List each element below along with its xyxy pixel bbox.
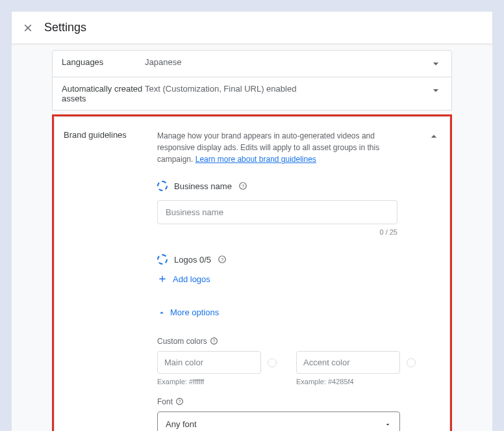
add-logos-button[interactable]: Add logos: [157, 274, 440, 284]
chevron-down-icon[interactable]: [429, 84, 442, 97]
help-icon[interactable]: ?: [238, 181, 247, 190]
languages-row[interactable]: Languages Japanese: [52, 50, 452, 77]
custom-colors-label: Custom colors ?: [157, 337, 440, 346]
svg-text:?: ?: [221, 257, 223, 263]
svg-text:?: ?: [242, 183, 244, 189]
more-options-toggle[interactable]: More options: [157, 307, 440, 317]
progress-circle-icon: [157, 181, 168, 191]
chevron-up-icon[interactable]: [427, 130, 440, 143]
business-name-heading: Business name ?: [157, 181, 440, 191]
help-icon[interactable]: ?: [175, 397, 184, 406]
page-title: Settings: [44, 21, 86, 34]
progress-circle-icon: [157, 254, 168, 265]
plus-icon: [157, 274, 168, 284]
languages-value: Japanese: [145, 57, 429, 67]
chevron-down-icon[interactable]: [429, 57, 442, 70]
logos-heading: Logos 0/5 ?: [157, 254, 440, 265]
accent-color-input[interactable]: [296, 351, 400, 374]
chevron-up-icon: [157, 308, 166, 317]
main-color-input[interactable]: [157, 351, 261, 374]
settings-header: Settings: [12, 12, 492, 44]
business-name-input[interactable]: [157, 200, 397, 224]
main-color-swatch[interactable]: [268, 358, 277, 367]
brand-guidelines-desc: Manage how your brand appears in auto-ge…: [157, 130, 427, 165]
svg-text:?: ?: [179, 399, 181, 404]
help-icon[interactable]: ?: [218, 255, 227, 264]
close-icon[interactable]: [22, 22, 34, 34]
font-select[interactable]: Any font: [157, 411, 400, 431]
auto-assets-value: Text (Customization, Final URL) enabled: [145, 84, 429, 94]
brand-guidelines-label: Brand guidelines: [64, 130, 157, 140]
font-label: Font ?: [157, 397, 440, 406]
languages-label: Languages: [62, 57, 145, 67]
accent-color-swatch[interactable]: [407, 358, 416, 367]
business-name-counter: 0 / 25: [157, 228, 397, 236]
auto-assets-label: Automatically created assets: [62, 84, 145, 103]
help-icon[interactable]: ?: [210, 337, 219, 346]
auto-assets-row[interactable]: Automatically created assets Text (Custo…: [52, 77, 452, 111]
learn-more-link[interactable]: Learn more about brand guidelines: [195, 155, 316, 164]
main-color-example: Example: #ffffff: [157, 378, 277, 385]
svg-text:?: ?: [212, 339, 215, 343]
dropdown-icon: [384, 421, 392, 428]
accent-color-example: Example: #4285f4: [296, 378, 416, 385]
brand-guidelines-highlight: Brand guidelines Manage how your brand a…: [52, 114, 452, 431]
